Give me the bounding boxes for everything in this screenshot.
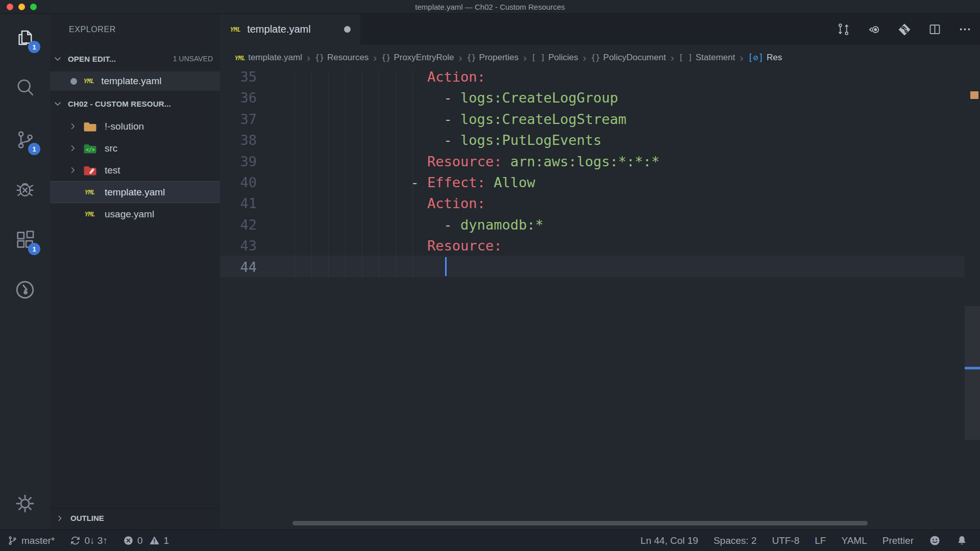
breadcrumb-item-PolicyDocument[interactable]: {}PolicyDocument [591,53,666,63]
sync-changes-item[interactable]: 0↓ 3↑ [70,535,107,546]
source-control-icon[interactable]: 1 [13,128,37,152]
debug-icon[interactable] [13,178,37,201]
file-tree: !-solution</>srctestYMLtemplate.yamlYMLu… [50,115,220,248]
explorer-badge: 1 [28,41,40,53]
language-mode-item[interactable]: YAML [841,535,867,546]
formatter-item[interactable]: Prettier [883,535,914,546]
horizontal-scrollbar[interactable] [292,521,868,525]
sidebar-title: EXPLORER [69,25,116,34]
explorer-icon[interactable]: 1 [13,26,37,49]
tree-item-label: src [105,143,117,154]
extensions-icon[interactable]: 1 [13,228,37,252]
editor-actions [837,14,972,45]
code-line-44[interactable]: 44 [220,257,980,278]
breadcrumb-item-template-yaml[interactable]: YMLtemplate.yaml [235,53,302,63]
split-editor-icon[interactable] [928,22,942,36]
status-bar: master* 0↓ 3↑ 0 1 Ln 44, Col 19Spaces: 2… [0,530,980,551]
chevron-right-icon[interactable] [68,143,82,154]
overview-ruler-warning-marker [970,91,978,99]
gitlens-blame-icon[interactable] [867,22,881,37]
explorer-sidebar: EXPLORER OPEN EDIT... 1 UNSAVED YML temp… [50,14,220,530]
code-line-43[interactable]: 43 Resource: [220,235,980,256]
warning-icon [149,535,160,546]
indentation-item[interactable]: Spaces: 2 [714,535,757,546]
activity-bar: 1 1 1 [0,14,50,530]
tree-item-test[interactable]: test [50,159,220,181]
breadcrumb-item-Properties[interactable]: {}Properties [467,53,519,63]
breadcrumb-separator-icon: › [671,52,674,64]
code-line-39[interactable]: 39 Resource: arn:aws:logs:*:*:* [220,151,980,172]
zoom-window-button[interactable] [30,4,37,10]
tab-modified-dot-icon[interactable] [344,26,351,33]
problems-item[interactable]: 0 1 [123,535,169,546]
cursor-position-item[interactable]: Ln 44, Col 19 [641,535,698,546]
breadcrumb-item-Resources[interactable]: {}Resources [315,53,369,63]
code-line-42[interactable]: 42 - dynamodb:* [220,214,980,235]
folder-orange-icon [82,121,97,132]
symbol-blue-symbol-icon: [⊘] [748,53,764,63]
breadcrumb-label: ProxyEntryRole [394,53,454,63]
chevron-right-icon[interactable] [68,165,82,176]
code-line-36[interactable]: 36 - logs:CreateLogGroup [220,87,980,108]
git-logo-icon[interactable] [897,22,912,37]
tab-label: template.yaml [247,23,311,35]
outline-section-header[interactable]: OUTLINE [50,508,220,528]
folder-section-header[interactable]: CH02 - CUSTOM RESOUR... [50,95,220,112]
breadcrumb-item-ProxyEntryRole[interactable]: {}ProxyEntryRole [381,53,454,63]
tree-item-src[interactable]: </>src [50,137,220,159]
sync-icon [70,535,81,546]
eol-item[interactable]: LF [815,535,826,546]
code-line-41[interactable]: 41 Action: [220,193,980,214]
code-line-35[interactable]: 35 Action: [220,70,980,87]
status-bar-left: master* 0↓ 3↑ 0 1 [0,535,169,546]
breadcrumb-item-Policies[interactable]: [ ]Policies [531,53,578,63]
breadcrumb-item-Res[interactable]: [⊘]Res [748,53,782,63]
line-text: - logs:CreateLogGroup [295,87,618,108]
svg-text:</>: </> [85,147,94,153]
code-line-37[interactable]: 37 - logs:CreateLogStream [220,109,980,130]
tree-item-template-yaml[interactable]: YMLtemplate.yaml [50,181,220,203]
tree-item-label: usage.yaml [105,209,154,220]
code-line-40[interactable]: 40 - Effect: Allow [220,172,980,193]
breadcrumb-item-Statement[interactable]: [ ]Statement [679,53,736,63]
breadcrumb-label: Policies [548,53,578,63]
close-window-button[interactable] [7,4,13,10]
unsaved-count-badge: 1 UNSAVED [173,55,213,63]
tree-indent [68,209,82,220]
line-text: - dynamodb:* [295,214,544,235]
notifications-bell-icon[interactable] [956,535,968,546]
git-branch-item[interactable]: master* [7,535,55,546]
breadcrumb-label: Statement [696,53,736,63]
open-editor-item[interactable]: YML template.yaml [50,71,220,91]
tab-strip: YML template.yaml [220,14,980,45]
breadcrumb-separator-icon: › [583,52,586,64]
more-actions-icon[interactable] [958,22,972,36]
outline-label: OUTLINE [70,514,104,522]
open-editors-section-header[interactable]: OPEN EDIT... 1 UNSAVED [50,50,220,67]
tree-item-label: !-solution [105,121,144,132]
array-symbol-icon: [ ] [679,53,693,62]
search-icon[interactable] [13,76,37,99]
gitlens-icon[interactable] [13,278,37,302]
code-editor[interactable]: 35 Action:36 - logs:CreateLogGroup37 - l… [220,70,980,530]
status-bar-right: Ln 44, Col 19Spaces: 2UTF-8LFYAMLPrettie… [641,535,980,546]
breadcrumb: YMLtemplate.yaml›{}Resources›{}ProxyEntr… [220,45,980,70]
chevron-right-icon[interactable] [68,121,82,132]
settings-gear-icon[interactable] [13,492,37,515]
encoding-item[interactable]: UTF-8 [772,535,799,546]
vertical-scrollbar[interactable] [965,306,980,440]
folder-section-label: CH02 - CUSTOM RESOUR... [68,99,171,108]
breadcrumb-label: Res [767,53,782,63]
minimize-window-button[interactable] [18,4,25,10]
tree-indent [68,187,82,198]
tab-template-yaml[interactable]: YML template.yaml [220,14,360,45]
line-number: 37 [220,109,257,130]
object-symbol-icon: {} [467,53,476,62]
modified-dot-icon[interactable] [70,78,77,85]
line-text: Resource: arn:aws:logs:*:*:* [295,151,659,172]
compare-changes-icon[interactable] [837,22,850,36]
feedback-smiley-icon[interactable] [929,535,941,546]
tree-item--solution[interactable]: !-solution [50,115,220,137]
code-line-38[interactable]: 38 - logs:PutLogEvents [220,130,980,151]
tree-item-usage-yaml[interactable]: YMLusage.yaml [50,203,220,225]
